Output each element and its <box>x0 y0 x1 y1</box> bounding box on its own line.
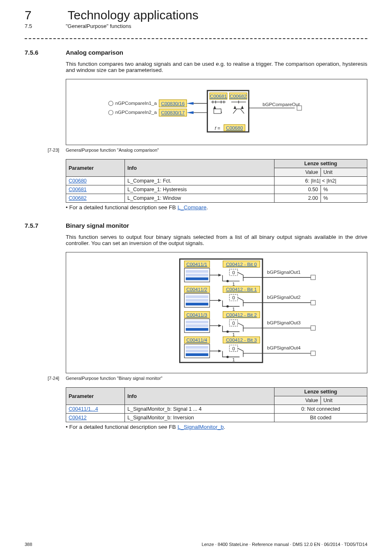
footer: 388 Lenze · 8400 StateLine · Reference m… <box>25 542 367 547</box>
svg-text:C00411/1: C00411/1 <box>186 261 207 267</box>
section-heading: 7.5 "GeneralPurpose" functions <box>25 23 367 29</box>
svg-text:1: 1 <box>232 332 235 337</box>
param-table-1: Parameter Info Lenze setting Value Unit … <box>66 159 367 203</box>
chapter-heading: 7 Technology applications <box>25 8 367 22</box>
fb-link[interactable]: L_Compare <box>178 204 207 210</box>
param-link[interactable]: C00682 <box>69 195 87 201</box>
svg-marker-8 <box>187 102 194 105</box>
svg-point-66 <box>226 305 229 308</box>
table-row: C00412 L_SignalMonitor_b: Inversion Bit … <box>66 414 367 422</box>
col-unit: Unit <box>321 168 367 177</box>
section-title: "GeneralPurpose" functions <box>66 23 131 29</box>
svg-marker-61 <box>218 299 221 302</box>
intro-text: This function serves to output four bina… <box>66 234 367 246</box>
footer-meta: Lenze · 8400 StateLine · Reference manua… <box>202 542 367 547</box>
svg-text:bGPSignalOut2: bGPSignalOut2 <box>267 294 301 300</box>
figure-binary-monitor: C00411/1 C00412 - Bit 0 0 1 bGPSignalOut… <box>66 252 367 373</box>
svg-rect-76 <box>186 324 208 327</box>
col-setting: Lenze setting <box>274 388 367 396</box>
svg-point-48 <box>226 280 229 282</box>
cell-info: L_Compare_1: Hysteresis <box>125 185 274 194</box>
svg-text:C00412 - Bit 3: C00412 - Bit 3 <box>226 337 257 342</box>
col-info: Info <box>125 388 274 405</box>
svg-marker-28 <box>241 106 244 109</box>
svg-rect-71 <box>311 301 315 305</box>
figure-number: [7-23] <box>48 148 66 153</box>
figure-text: GeneralPurpose function "Binary signal m… <box>66 376 162 381</box>
svg-marker-97 <box>218 349 221 352</box>
svg-point-84 <box>226 331 229 333</box>
col-value: Value <box>274 396 321 405</box>
svg-text:f =: f = <box>215 125 221 131</box>
table-row: C00411/1...4 L_SignalMonitor_b: Signal 1… <box>66 405 367 414</box>
svg-text:1: 1 <box>232 281 235 287</box>
svg-marker-43 <box>218 274 221 277</box>
svg-rect-95 <box>186 353 208 356</box>
svg-marker-22 <box>213 106 216 109</box>
fb-link[interactable]: L_SignalMonitor_b <box>178 424 224 430</box>
note-suffix: . <box>224 424 225 430</box>
svg-rect-59 <box>186 303 208 305</box>
subsection-number: 7.5.6 <box>25 49 66 56</box>
svg-text:C00830/17: C00830/17 <box>161 110 184 115</box>
cell-info: L_SignalMonitor_b: Signal 1 ... 4 <box>125 405 274 414</box>
svg-rect-57 <box>186 295 208 298</box>
svg-text:bGPSignalOut4: bGPSignalOut4 <box>267 345 301 350</box>
svg-point-102 <box>226 356 229 358</box>
svg-point-1 <box>108 110 113 115</box>
note: • For a detailed functional description … <box>66 424 367 430</box>
svg-text:0: 0 <box>232 270 235 275</box>
param-link[interactable]: C00680 <box>69 178 87 184</box>
cell-info: L_Compare_1: Window <box>125 194 274 203</box>
svg-rect-58 <box>186 299 208 302</box>
svg-text:C00411/2: C00411/2 <box>186 287 207 292</box>
svg-text:C00412 - Bit 1: C00412 - Bit 1 <box>226 287 257 292</box>
col-value: Value <box>274 168 321 177</box>
col-param: Parameter <box>66 160 125 177</box>
figure-caption: [7-24] GeneralPurpose function "Binary s… <box>25 376 367 381</box>
table-row: C00681 L_Compare_1: Hysteresis 0.50 % <box>66 185 367 194</box>
svg-text:C00412 - Bit 2: C00412 - Bit 2 <box>226 312 257 317</box>
figure-number: [7-24] <box>48 376 66 381</box>
subsection-heading: 7.5.6 Analog comparison <box>25 49 367 56</box>
param-link[interactable]: C00681 <box>69 187 87 192</box>
cell-value: 0.50 <box>274 185 321 194</box>
svg-text:C00681: C00681 <box>210 93 227 99</box>
param-table-2: Parameter Info Lenze setting Value Unit … <box>66 387 367 422</box>
svg-text:bGPSignalOut1: bGPSignalOut1 <box>267 269 301 275</box>
svg-text:C00682: C00682 <box>230 93 247 99</box>
col-setting: Lenze setting <box>274 160 367 168</box>
note-prefix: • For a detailed functional description … <box>66 204 178 210</box>
svg-text:0: 0 <box>232 346 235 351</box>
svg-text:C00411/3: C00411/3 <box>186 312 207 317</box>
svg-rect-93 <box>186 346 208 349</box>
param-link[interactable]: C00412 <box>69 415 87 421</box>
svg-text:C00680: C00680 <box>226 125 243 130</box>
subsection-heading: 7.5.7 Binary signal monitor <box>25 222 367 229</box>
svg-rect-89 <box>311 326 315 330</box>
svg-text:nGPCompareIn1_a: nGPCompareIn1_a <box>115 100 157 106</box>
note-suffix: . <box>206 204 208 210</box>
svg-rect-75 <box>186 321 208 324</box>
intro-text: This function compares two analog signal… <box>66 61 367 73</box>
col-unit: Unit <box>321 396 367 405</box>
cell-value: 0: Not connected <box>274 405 367 414</box>
svg-text:bGPCompareOut: bGPCompareOut <box>263 102 300 107</box>
svg-text:C00411/4: C00411/4 <box>186 337 207 342</box>
cell-info: L_SignalMonitor_b: Inversion <box>125 414 274 422</box>
table-row: C00680 L_Compare_1: Fct. 6: |In1| < |In2… <box>66 177 367 185</box>
cell-value: 6: |In1| < |In2| <box>274 177 367 185</box>
page-number: 388 <box>25 542 32 547</box>
svg-point-0 <box>108 101 113 106</box>
svg-text:C00830/16: C00830/16 <box>161 101 185 106</box>
cell-info: L_Compare_1: Fct. <box>125 177 274 185</box>
svg-text:0: 0 <box>232 295 235 301</box>
param-link[interactable]: C00411/1...4 <box>69 406 98 412</box>
svg-marker-9 <box>187 111 194 114</box>
table-row: C00682 L_Compare_1: Window 2.00 % <box>66 194 367 203</box>
svg-rect-107 <box>311 351 315 356</box>
cell-value: Bit coded <box>274 414 367 422</box>
col-param: Parameter <box>66 388 125 405</box>
section-number: 7.5 <box>25 23 66 29</box>
figure-caption: [7-23] GeneralPurpose function "Analog c… <box>25 148 367 153</box>
